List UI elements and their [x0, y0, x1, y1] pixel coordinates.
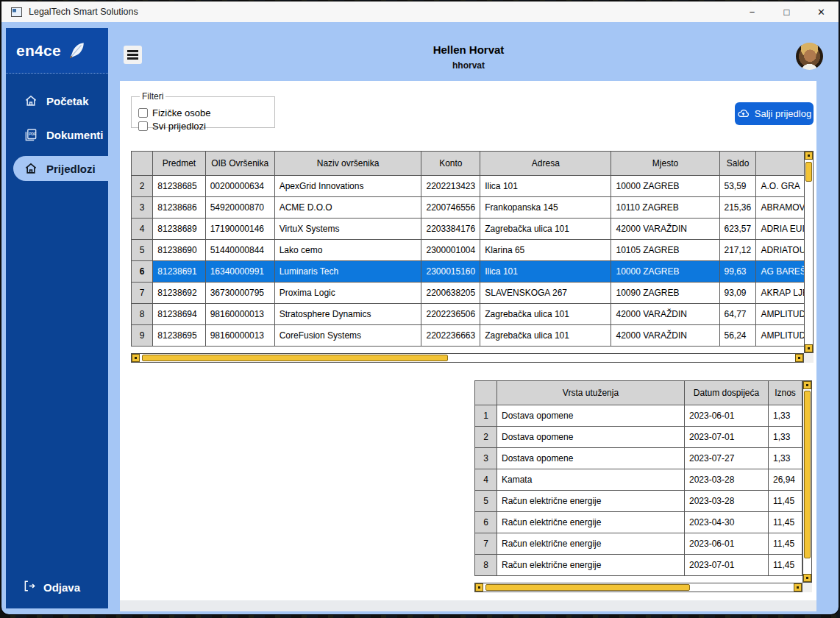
- row-header[interactable]: 8: [475, 555, 497, 576]
- cell[interactable]: 2203384176: [421, 219, 480, 240]
- scroll-down-button[interactable]: [803, 574, 811, 582]
- cell[interactable]: VirtuX Systems: [274, 219, 421, 240]
- row-header[interactable]: 7: [475, 533, 497, 555]
- horizontal-scrollbar-thumb[interactable]: [142, 355, 448, 361]
- cell[interactable]: Ilica 101: [480, 176, 611, 197]
- cell[interactable]: 10090 ZAGREB: [611, 283, 719, 304]
- row-header[interactable]: 7: [132, 283, 153, 304]
- cell[interactable]: 56,24: [719, 325, 756, 347]
- column-header[interactable]: [475, 381, 497, 405]
- row-header[interactable]: 6: [132, 261, 153, 283]
- cell[interactable]: 2023-04-30: [685, 512, 769, 533]
- cell[interactable]: 2202236663: [421, 325, 480, 347]
- column-header[interactable]: Naziv ovršenika: [274, 152, 421, 176]
- cell[interactable]: 81238691: [153, 261, 205, 283]
- column-header[interactable]: Datum dospijeća: [685, 381, 769, 405]
- row-header[interactable]: 6: [475, 512, 497, 533]
- cell[interactable]: 81238692: [153, 283, 205, 304]
- horizontal-scrollbar-thumb[interactable]: [485, 584, 690, 591]
- cell[interactable]: 11,45: [769, 555, 802, 576]
- cell[interactable]: 64,77: [719, 304, 756, 325]
- cell[interactable]: Račun električne energije: [497, 533, 685, 555]
- cell[interactable]: Zagrebačka ulica 101: [480, 219, 611, 240]
- cell[interactable]: Proxima Logic: [274, 283, 421, 304]
- cell[interactable]: 10000 ZAGREB: [611, 176, 719, 197]
- cell[interactable]: 36730000795: [205, 283, 274, 304]
- cell[interactable]: 42000 VARAŽDIN: [611, 325, 719, 347]
- scroll-right-button[interactable]: [794, 583, 802, 592]
- cell[interactable]: Zagrebačka ulica 101: [480, 325, 611, 347]
- row-header[interactable]: 8: [132, 304, 153, 325]
- cell[interactable]: ApexGrid Innovations: [274, 176, 421, 197]
- cell[interactable]: Kamata: [497, 469, 685, 491]
- cell[interactable]: 26,94: [769, 469, 802, 491]
- column-header[interactable]: Mjesto: [611, 152, 719, 176]
- row-header[interactable]: 5: [132, 240, 153, 261]
- cell[interactable]: 10000 ZAGREB: [611, 261, 719, 283]
- cell[interactable]: ACME D.O.O: [274, 197, 421, 219]
- cell[interactable]: 51440000844: [205, 240, 274, 261]
- checkbox-svi-prijedlozi[interactable]: Svi prijedlozi: [138, 121, 206, 132]
- cell[interactable]: 81238690: [153, 240, 205, 261]
- cell[interactable]: 215,36: [719, 197, 756, 219]
- column-header[interactable]: [132, 152, 153, 176]
- cell[interactable]: 2300015160: [421, 261, 480, 283]
- sidebar-item-prijedlozi[interactable]: Prijedlozi: [13, 156, 108, 181]
- column-header[interactable]: Adresa: [480, 152, 611, 176]
- cell[interactable]: 623,57: [719, 219, 756, 240]
- cell[interactable]: Frankopanska 145: [480, 197, 611, 219]
- cell[interactable]: 1,33: [769, 448, 802, 469]
- horizontal-scrollbar[interactable]: [131, 353, 804, 363]
- cell[interactable]: Dostava opomene: [497, 405, 685, 427]
- close-button[interactable]: ✕: [804, 1, 839, 22]
- cell[interactable]: 1,33: [769, 405, 802, 427]
- cell[interactable]: Zagrebačka ulica 101: [480, 304, 611, 325]
- cell[interactable]: Klarina 65: [480, 240, 611, 261]
- cell[interactable]: 2023-03-28: [685, 491, 769, 512]
- cell[interactable]: 81238685: [153, 176, 205, 197]
- cell[interactable]: 2023-07-01: [685, 427, 769, 448]
- cell[interactable]: 16340000991: [205, 261, 274, 283]
- cell[interactable]: 2023-03-28: [685, 469, 769, 491]
- vertical-scrollbar[interactable]: [804, 151, 814, 353]
- cell[interactable]: Ilica 101: [480, 261, 611, 283]
- sidebar-item-pocetak[interactable]: Početak: [13, 88, 108, 113]
- row-header[interactable]: 3: [132, 197, 153, 219]
- cell[interactable]: Račun električne energije: [497, 555, 685, 576]
- cell[interactable]: 98160000013: [205, 325, 274, 347]
- cell[interactable]: Stratosphere Dynamics: [274, 304, 421, 325]
- column-header[interactable]: Vrsta utuženja: [497, 381, 685, 405]
- cell[interactable]: 81238686: [153, 197, 205, 219]
- scroll-right-button[interactable]: [795, 354, 803, 362]
- scroll-down-button[interactable]: [805, 344, 813, 352]
- cell[interactable]: 11,45: [769, 491, 802, 512]
- column-header[interactable]: OIB Ovršenika: [205, 152, 274, 176]
- horizontal-scrollbar[interactable]: [474, 583, 802, 592]
- sidebar-item-dokumenti[interactable]: PDF Dokumenti: [13, 122, 108, 147]
- row-header[interactable]: 2: [475, 427, 497, 448]
- row-header[interactable]: 5: [475, 491, 497, 512]
- minimize-button[interactable]: −: [735, 1, 769, 22]
- cell[interactable]: 17190000146: [205, 219, 274, 240]
- cell[interactable]: 2300001004: [421, 240, 480, 261]
- cell[interactable]: 10105 ZAGREB: [611, 240, 719, 261]
- cell[interactable]: 98160000013: [205, 304, 274, 325]
- cell[interactable]: 10110 ZAGREB: [611, 197, 719, 219]
- cell[interactable]: 81238695: [153, 325, 205, 347]
- vertical-scrollbar[interactable]: [802, 380, 812, 583]
- cell[interactable]: 2023-06-01: [685, 533, 769, 555]
- row-header[interactable]: 3: [475, 448, 497, 469]
- row-header[interactable]: 4: [132, 219, 153, 240]
- maximize-button[interactable]: □: [769, 1, 804, 22]
- cell[interactable]: 54920000870: [205, 197, 274, 219]
- row-header[interactable]: 9: [132, 325, 153, 347]
- column-header[interactable]: Predmet: [153, 152, 205, 176]
- hamburger-menu-button[interactable]: [124, 46, 142, 64]
- cell[interactable]: SLAVENSKOGA 267: [480, 283, 611, 304]
- scroll-up-button[interactable]: [803, 381, 811, 389]
- cell[interactable]: CoreFusion Systems: [274, 325, 421, 347]
- cell[interactable]: Dostava opomene: [497, 427, 685, 448]
- column-header[interactable]: Iznos: [769, 381, 802, 405]
- cell[interactable]: 42000 VARAŽDIN: [611, 219, 719, 240]
- cell[interactable]: Račun električne energije: [497, 512, 685, 533]
